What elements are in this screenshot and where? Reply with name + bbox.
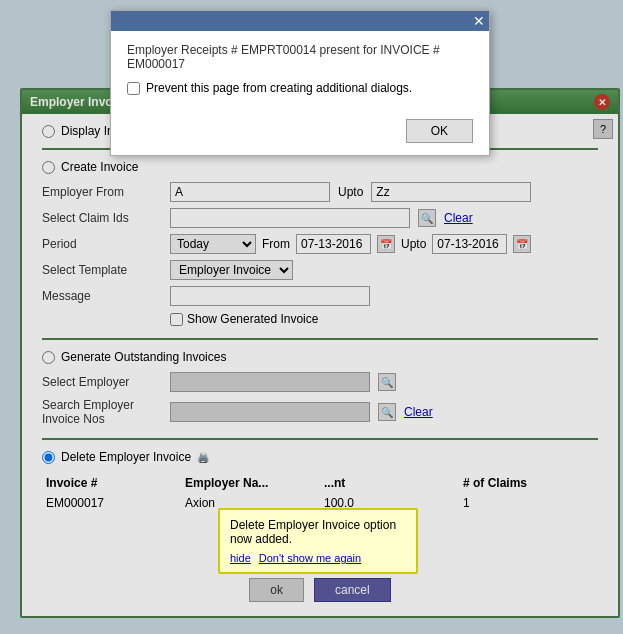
tooltip-links: hide Don't show me again: [230, 552, 406, 564]
tooltip-text: Delete Employer Invoice option now added…: [230, 518, 396, 546]
prevent-dialogs-checkbox[interactable]: [127, 82, 140, 95]
alert-checkbox-row: Prevent this page from creating addition…: [127, 81, 473, 95]
alert-footer: OK: [111, 119, 489, 155]
prevent-dialogs-label: Prevent this page from creating addition…: [146, 81, 412, 95]
alert-dialog-body: Employer Receipts # EMPRT00014 present f…: [111, 31, 489, 119]
alert-close-button[interactable]: ✕: [473, 14, 485, 28]
alert-ok-button[interactable]: OK: [406, 119, 473, 143]
alert-dialog: ✕ Employer Receipts # EMPRT00014 present…: [110, 10, 490, 156]
alert-message: Employer Receipts # EMPRT00014 present f…: [127, 43, 473, 71]
tooltip-popup: Delete Employer Invoice option now added…: [218, 508, 418, 574]
tooltip-hide-link[interactable]: hide: [230, 552, 251, 564]
alert-titlebar: ✕: [111, 11, 489, 31]
tooltip-dont-show-link[interactable]: Don't show me again: [259, 552, 361, 564]
